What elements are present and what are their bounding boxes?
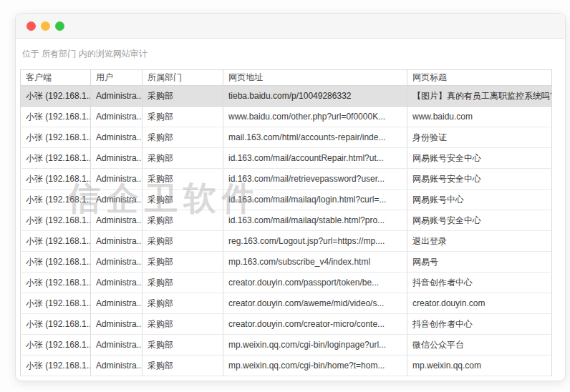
cell-url[interactable]: id.163.com/mail/mailaq/login.html?curl=.… <box>223 190 407 210</box>
breadcrumb-label: 位于 所有部门 内的浏览网站审计 <box>22 48 148 60</box>
cell-client[interactable]: 小张 (192.168.1... <box>21 127 91 148</box>
table-row[interactable]: 小张 (192.168.1... Administra... 采购部 www.b… <box>21 107 552 127</box>
table-row[interactable]: 小张 (192.168.1... Administra... 采购部 creat… <box>21 314 552 335</box>
table-row[interactable]: 小张 (192.168.1... Administra... 采购部 mail.… <box>21 127 552 148</box>
cell-title[interactable]: mp.weixin.qq.com <box>407 356 552 376</box>
cell-title[interactable]: 网易账号中心 <box>407 190 552 210</box>
table-row[interactable]: 小张 (192.168.1... Administra... 采购部 creat… <box>21 273 552 293</box>
cell-user[interactable]: Administra... <box>91 190 142 210</box>
cell-title[interactable]: www.baidu.com <box>407 107 552 127</box>
cell-user[interactable]: Administra... <box>91 356 142 376</box>
cell-user[interactable]: Administra... <box>91 231 142 252</box>
cell-title[interactable]: 网易账号安全中心 <box>407 148 552 169</box>
cell-user[interactable]: Administra... <box>91 210 142 231</box>
cell-user[interactable]: Administra... <box>91 335 142 356</box>
cell-client[interactable]: 小张 (192.168.1... <box>21 335 91 356</box>
cell-department[interactable]: 采购部 <box>142 293 223 314</box>
cell-client[interactable]: 小张 (192.168.1... <box>21 356 91 376</box>
cell-title[interactable]: 【图片】真的有员工离职监控系统吗? <box>407 86 552 107</box>
close-window-icon[interactable] <box>26 21 36 31</box>
cell-department[interactable]: 采购部 <box>142 314 223 335</box>
cell-client[interactable]: 小张 (192.168.1... <box>21 231 91 252</box>
table-row[interactable]: 小张 (192.168.1... Administra... 采购部 mp.we… <box>21 335 552 356</box>
table-row[interactable]: 小张 (192.168.1... Administra... 采购部 id.16… <box>21 169 552 190</box>
zoom-window-icon[interactable] <box>55 21 64 31</box>
cell-user[interactable]: Administra... <box>91 107 142 127</box>
table-row[interactable]: 小张 (192.168.1... Administra... 采购部 id.16… <box>21 148 552 169</box>
cell-client[interactable]: 小张 (192.168.1... <box>21 210 91 231</box>
audit-window: 位于 所有部门 内的浏览网站审计 客户端 用户 所属部门 网页地址 网页标题 <box>15 13 566 381</box>
minimize-window-icon[interactable] <box>41 21 50 31</box>
table-row[interactable]: 小张 (192.168.1... Administra... 采购部 id.16… <box>21 190 552 210</box>
cell-title[interactable]: 身份验证 <box>407 127 552 148</box>
audit-table: 客户端 用户 所属部门 网页地址 网页标题 小张 (192.168.1... A… <box>20 69 552 376</box>
cell-department[interactable]: 采购部 <box>142 231 223 252</box>
cell-title[interactable]: 退出登录 <box>407 231 552 252</box>
table-row[interactable]: 小张 (192.168.1... Administra... 采购部 reg.1… <box>21 231 552 252</box>
audit-table-container: 客户端 用户 所属部门 网页地址 网页标题 小张 (192.168.1... A… <box>20 69 552 376</box>
column-header-department[interactable]: 所属部门 <box>142 70 223 86</box>
cell-user[interactable]: Administra... <box>91 252 142 273</box>
cell-title[interactable]: 抖音创作者中心 <box>407 314 552 335</box>
cell-title[interactable]: creator.douyin.com <box>407 293 552 314</box>
cell-url[interactable]: www.baidu.com/other.php?url=0f0000K... <box>223 107 407 127</box>
cell-user[interactable]: Administra... <box>91 127 142 148</box>
cell-user[interactable]: Administra... <box>91 86 142 107</box>
table-header-row: 客户端 用户 所属部门 网页地址 网页标题 <box>21 70 552 86</box>
cell-client[interactable]: 小张 (192.168.1... <box>21 169 91 190</box>
cell-client[interactable]: 小张 (192.168.1... <box>21 148 91 169</box>
cell-url[interactable]: mp.weixin.qq.com/cgi-bin/home?t=hom... <box>223 356 407 376</box>
cell-department[interactable]: 采购部 <box>142 273 223 293</box>
cell-client[interactable]: 小张 (192.168.1... <box>21 293 91 314</box>
table-row[interactable]: 小张 (192.168.1... Administra... 采购部 mp.we… <box>21 356 552 376</box>
window-titlebar <box>16 14 565 39</box>
cell-title[interactable]: 微信公众平台 <box>407 335 552 356</box>
table-row[interactable]: 小张 (192.168.1... Administra... 采购部 creat… <box>21 293 552 314</box>
cell-department[interactable]: 采购部 <box>142 86 223 107</box>
table-body: 小张 (192.168.1... Administra... 采购部 tieba… <box>21 86 552 376</box>
cell-url[interactable]: mp.163.com/subscribe_v4/index.html <box>223 252 407 273</box>
cell-user[interactable]: Administra... <box>91 293 142 314</box>
column-header-title[interactable]: 网页标题 <box>407 70 552 86</box>
cell-url[interactable]: creator.douyin.com/creator-micro/conte..… <box>223 314 407 335</box>
cell-client[interactable]: 小张 (192.168.1... <box>21 273 91 293</box>
cell-user[interactable]: Administra... <box>91 273 142 293</box>
breadcrumb: 位于 所有部门 内的浏览网站审计 <box>16 39 565 69</box>
table-row[interactable]: 小张 (192.168.1... Administra... 采购部 mp.16… <box>21 252 552 273</box>
column-header-user[interactable]: 用户 <box>91 70 142 86</box>
cell-url[interactable]: mp.weixin.qq.com/cgi-bin/loginpage?url..… <box>223 335 407 356</box>
cell-title[interactable]: 抖音创作者中心 <box>407 273 552 293</box>
cell-url[interactable]: id.163.com/mail/mailaq/stable.html?pro..… <box>223 210 407 231</box>
cell-department[interactable]: 采购部 <box>142 252 223 273</box>
cell-url[interactable]: mail.163.com/html/accounts-repair/inde..… <box>223 127 407 148</box>
table-row[interactable]: 小张 (192.168.1... Administra... 采购部 id.16… <box>21 210 552 231</box>
cell-url[interactable]: reg.163.com/Logout.jsp?url=https://mp...… <box>223 231 407 252</box>
cell-user[interactable]: Administra... <box>91 169 142 190</box>
cell-client[interactable]: 小张 (192.168.1... <box>21 190 91 210</box>
column-header-url[interactable]: 网页地址 <box>223 70 407 86</box>
cell-url[interactable]: tieba.baidu.com/p/10049286332 <box>223 86 407 107</box>
cell-client[interactable]: 小张 (192.168.1... <box>21 107 91 127</box>
cell-client[interactable]: 小张 (192.168.1... <box>21 252 91 273</box>
cell-user[interactable]: Administra... <box>91 148 142 169</box>
column-header-client[interactable]: 客户端 <box>21 70 91 86</box>
cell-title[interactable]: 网易账号安全中心 <box>407 210 552 231</box>
cell-department[interactable]: 采购部 <box>142 107 223 127</box>
table-row[interactable]: 小张 (192.168.1... Administra... 采购部 tieba… <box>21 86 552 107</box>
cell-department[interactable]: 采购部 <box>142 190 223 210</box>
cell-url[interactable]: id.163.com/mail/accountRepair.html?ut... <box>223 148 407 169</box>
cell-user[interactable]: Administra... <box>91 314 142 335</box>
cell-department[interactable]: 采购部 <box>142 210 223 231</box>
cell-title[interactable]: 网易号 <box>407 252 552 273</box>
cell-url[interactable]: creator.douyin.com/aweme/mid/video/s... <box>223 293 407 314</box>
cell-department[interactable]: 采购部 <box>142 148 223 169</box>
cell-client[interactable]: 小张 (192.168.1... <box>21 86 91 107</box>
cell-department[interactable]: 采购部 <box>142 356 223 376</box>
cell-department[interactable]: 采购部 <box>142 335 223 356</box>
cell-client[interactable]: 小张 (192.168.1... <box>21 314 91 335</box>
cell-url[interactable]: id.163.com/mail/retrievepassword?user... <box>223 169 407 190</box>
cell-department[interactable]: 采购部 <box>142 127 223 148</box>
cell-url[interactable]: creator.douyin.com/passport/token/be... <box>223 273 407 293</box>
cell-title[interactable]: 网易账号安全中心 <box>407 169 552 190</box>
cell-department[interactable]: 采购部 <box>142 169 223 190</box>
